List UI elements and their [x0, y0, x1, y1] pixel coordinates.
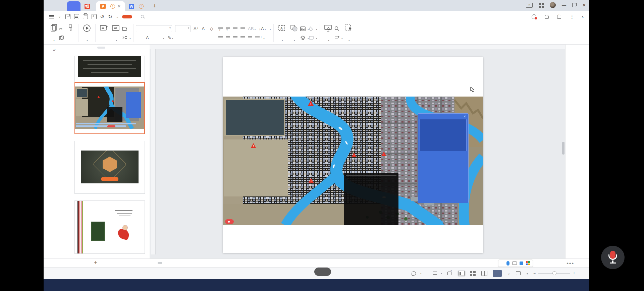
slide-thumbnail-10[interactable]: [74, 141, 145, 194]
play-options-icon[interactable]: [507, 271, 511, 276]
bullet-list-icon[interactable]: [218, 27, 223, 31]
restore-button[interactable]: [572, 3, 576, 7]
textbox-button[interactable]: A: [276, 23, 288, 43]
phonetic-guide-button[interactable]: [162, 35, 164, 40]
fit-slide-icon[interactable]: [516, 271, 521, 275]
ime-toolbox-icon[interactable]: [520, 261, 523, 265]
tab-list-icon[interactable]: 2: [526, 3, 533, 8]
replace-button[interactable]: [334, 33, 343, 42]
add-slide-button[interactable]: [94, 259, 98, 267]
sort-text-icon[interactable]: ↓A: [259, 26, 266, 31]
undo-icon[interactable]: [100, 14, 105, 20]
normal-view-button[interactable]: [459, 271, 465, 276]
messages-button[interactable]: [225, 219, 234, 224]
more-options-icon[interactable]: [570, 14, 575, 20]
ime-mic-icon[interactable]: [506, 261, 509, 266]
redo-icon[interactable]: [108, 14, 112, 20]
paste-button[interactable]: [48, 23, 59, 43]
collapse-ribbon-icon[interactable]: [581, 14, 584, 19]
save-icon[interactable]: [65, 14, 70, 19]
export-icon[interactable]: [74, 14, 79, 19]
presentation-tools-button[interactable]: [322, 23, 334, 43]
workspace-grid-icon[interactable]: [539, 3, 544, 8]
notes-input[interactable]: [158, 261, 164, 264]
align-left-icon[interactable]: [218, 36, 223, 40]
slide-thumbnail-11[interactable]: [74, 200, 145, 254]
convert-smartart-button[interactable]: [263, 36, 265, 40]
customize-qat-icon[interactable]: [116, 14, 119, 19]
slide-thumbnail-9[interactable]: [74, 82, 145, 134]
slide-layout-button[interactable]: [110, 23, 122, 43]
tab-current-document[interactable]: P ! ✕: [96, 1, 125, 11]
clear-format-icon[interactable]: ◇: [210, 26, 213, 31]
font-name-select[interactable]: [136, 25, 172, 32]
ime-grid-icon[interactable]: [526, 261, 530, 265]
align-text-button[interactable]: [269, 26, 271, 31]
align-right-icon[interactable]: [233, 36, 237, 40]
arrange-button[interactable]: [300, 33, 309, 42]
collaborate-button[interactable]: [545, 15, 550, 19]
align-center-icon[interactable]: [226, 36, 230, 40]
simulation-map[interactable]: ! ! ! ! !: [223, 97, 483, 225]
ime-toolbar[interactable]: [498, 259, 533, 267]
section-button[interactable]: [122, 33, 131, 42]
zoom-knob[interactable]: [552, 271, 556, 275]
numbered-list-icon[interactable]: [226, 27, 230, 31]
zoom-level[interactable]: [526, 271, 528, 276]
font-size-select[interactable]: [175, 25, 191, 32]
smart-beautify-button[interactable]: [412, 271, 422, 276]
close-info-icon[interactable]: [464, 114, 466, 118]
decrease-indent-icon[interactable]: [233, 27, 237, 31]
tab-slides[interactable]: [97, 47, 105, 49]
share-button[interactable]: [557, 15, 563, 19]
close-tab-icon[interactable]: ✕: [117, 4, 121, 9]
menu-tab-start[interactable]: [122, 15, 132, 18]
zoom-in-icon[interactable]: [573, 271, 575, 276]
print-icon[interactable]: [83, 14, 88, 19]
play-from-current-button[interactable]: [81, 23, 93, 43]
file-menu[interactable]: [49, 14, 61, 19]
zoom-slider[interactable]: [533, 271, 575, 276]
doc-warning-icon[interactable]: !: [110, 4, 115, 9]
ime-keyboard-icon[interactable]: [512, 261, 517, 265]
comments-button[interactable]: [447, 272, 453, 275]
find-button[interactable]: [334, 24, 343, 33]
distribute-icon[interactable]: [248, 36, 252, 40]
highlight-button[interactable]: ✎: [168, 35, 173, 40]
print-preview-icon[interactable]: [92, 14, 97, 19]
command-search[interactable]: [141, 15, 146, 18]
line-spacing-icon[interactable]: [255, 36, 260, 40]
cut-button[interactable]: ✂: [59, 24, 65, 33]
collapse-panel-icon[interactable]: [53, 47, 56, 53]
decrease-font-icon[interactable]: A⁻: [202, 26, 207, 31]
new-tab-button[interactable]: +: [153, 3, 157, 11]
user-avatar[interactable]: [550, 2, 556, 8]
tab-outline[interactable]: [87, 47, 95, 49]
select-button[interactable]: [343, 23, 355, 43]
tab-manual-document[interactable]: W !: [125, 1, 148, 11]
picture-button[interactable]: [300, 24, 309, 33]
slide-editing-area[interactable]: ! ! ! ! !: [223, 57, 483, 253]
increase-indent-icon[interactable]: [240, 27, 245, 31]
microphone-overlay-button[interactable]: [601, 246, 625, 269]
query-anomaly-button[interactable]: [532, 14, 538, 19]
notes-button[interactable]: [433, 272, 442, 275]
reset-button[interactable]: [122, 24, 131, 33]
notes-more-icon[interactable]: [567, 260, 574, 267]
copy-button[interactable]: [59, 33, 65, 42]
tab-docer-templates[interactable]: 稻: [80, 1, 96, 11]
outline-button[interactable]: [309, 33, 317, 42]
format-painter-button[interactable]: [65, 23, 76, 43]
text-direction-icon[interactable]: AB: [248, 26, 256, 31]
slide-title[interactable]: [223, 57, 483, 71]
slideshow-play-button[interactable]: [493, 270, 502, 277]
font-color-button[interactable]: A: [146, 35, 149, 40]
zoom-out-icon[interactable]: [533, 271, 536, 276]
fill-button[interactable]: [309, 24, 317, 33]
canvas-scrollbar[interactable]: [562, 51, 565, 254]
justify-icon[interactable]: [240, 36, 245, 40]
slide-thumbnail-8[interactable]: [74, 56, 145, 84]
reading-view-button[interactable]: [481, 271, 487, 276]
shapes-button[interactable]: [288, 23, 300, 43]
slide-sorter-view-button[interactable]: [470, 271, 476, 276]
